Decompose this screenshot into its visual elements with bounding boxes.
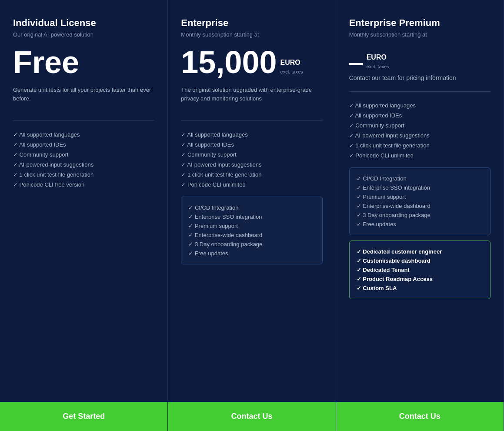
individual-cta-footer[interactable]: Get Started [0, 402, 167, 431]
list-item: ✓ CI/CD Integration [357, 174, 483, 183]
list-item: ✓ All supported IDEs [13, 140, 154, 150]
price-dash-icon [349, 63, 363, 65]
enterprise-premium-divider [349, 91, 491, 92]
enterprise-premium-price-contact: Contact our team for pricing information [349, 74, 491, 83]
list-item: ✓ AI-powered input suggestions [181, 160, 322, 170]
enterprise-premium-premium-features: ✓ Dedicated customer engineer ✓ Customis… [357, 247, 483, 293]
list-item: ✓ 1 click unit test file generation [13, 170, 154, 180]
enterprise-premium-plan-card: Enterprise Premium Monthly subscription … [336, 0, 504, 431]
list-item: ✓ Enterprise-wide dashboard [357, 201, 483, 210]
get-started-button[interactable]: Get Started [0, 402, 167, 431]
list-item: ✓ 3 Day onboarding package [357, 210, 483, 220]
list-item: ✓ Community support [349, 120, 491, 130]
enterprise-premium-base-features: ✓ All supported languages ✓ All supporte… [349, 100, 491, 160]
enterprise-cta-footer[interactable]: Contact Us [168, 402, 335, 431]
list-item: ✓ Free updates [188, 249, 315, 258]
list-item: ✓ 1 click unit test file generation [349, 140, 491, 150]
enterprise-price-currency: EURO [280, 59, 303, 67]
list-item: ✓ All supported IDEs [181, 140, 322, 150]
enterprise-plan-card: Enterprise Monthly subscription starting… [168, 0, 336, 431]
list-item: ✓ Ponicode CLI free version [13, 180, 154, 190]
individual-price-block: Free [13, 47, 154, 81]
list-item: ✓ 1 click unit test file generation [181, 170, 322, 180]
enterprise-premium-card-body: Enterprise Premium Monthly subscription … [336, 0, 504, 402]
list-item: ✓ Custom SLA [357, 284, 483, 293]
list-item: ✓ AI-powered input suggestions [13, 160, 154, 170]
enterprise-contact-us-button[interactable]: Contact Us [168, 402, 335, 431]
list-item: ✓ Product Roadmap Access [357, 274, 483, 284]
list-item: ✓ 3 Day onboarding package [188, 240, 315, 249]
enterprise-premium-premium-features-box: ✓ Dedicated customer engineer ✓ Customis… [349, 241, 491, 299]
enterprise-price-block: 15,000 EURO excl. taxes [181, 47, 322, 81]
enterprise-plan-name: Enterprise [181, 17, 322, 29]
enterprise-premium-enterprise-features-box: ✓ CI/CD Integration ✓ Enterprise SSO int… [349, 167, 491, 235]
enterprise-premium-plan-subtitle: Monthly subscription starting at [349, 31, 491, 38]
list-item: ✓ Dedicated customer engineer [357, 247, 483, 256]
individual-card-body: Individual License Our original AI-power… [0, 0, 167, 402]
list-item: ✓ Premium support [357, 192, 483, 201]
enterprise-premium-plan-name: Enterprise Premium [349, 17, 491, 29]
list-item: ✓ All supported languages [13, 130, 154, 140]
list-item: ✓ CI/CD Integration [188, 203, 315, 212]
individual-plan-card: Individual License Our original AI-power… [0, 0, 168, 431]
enterprise-plan-subtitle: Monthly subscription starting at [181, 31, 322, 38]
enterprise-premium-price-excl: excl. taxes [367, 64, 389, 69]
list-item: ✓ Community support [181, 150, 322, 160]
list-item: ✓ All supported languages [349, 100, 491, 110]
enterprise-premium-price-currency: EURO [367, 53, 389, 61]
list-item: ✓ Ponicode CLI unlimited [181, 180, 322, 190]
list-item: ✓ Ponicode CLI unlimited [349, 150, 491, 160]
list-item: ✓ All supported languages [181, 130, 322, 140]
list-item: ✓ Customisable dashboard [357, 256, 483, 265]
individual-base-features: ✓ All supported languages ✓ All supporte… [13, 130, 154, 190]
enterprise-premium-enterprise-features: ✓ CI/CD Integration ✓ Enterprise SSO int… [357, 174, 483, 229]
list-item: ✓ Free updates [357, 220, 483, 229]
enterprise-divider [181, 120, 322, 121]
enterprise-base-features: ✓ All supported languages ✓ All supporte… [181, 130, 322, 190]
list-item: ✓ Enterprise SSO integration [357, 183, 483, 192]
individual-divider [13, 120, 154, 121]
list-item: ✓ Enterprise SSO integration [188, 212, 315, 221]
enterprise-premium-price-block: EURO excl. taxes Contact our team for pr… [349, 47, 491, 83]
list-item: ✓ All supported IDEs [349, 110, 491, 120]
enterprise-price-excl: excl. taxes [280, 69, 303, 74]
individual-plan-name: Individual License [13, 17, 154, 29]
individual-plan-subtitle: Our original AI-powered solution [13, 31, 154, 38]
list-item: ✓ Community support [13, 150, 154, 160]
list-item: ✓ Enterprise-wide dashboard [188, 231, 315, 240]
enterprise-price-number: 15,000 [181, 47, 277, 78]
list-item: ✓ Premium support [188, 221, 315, 231]
enterprise-enterprise-features: ✓ CI/CD Integration ✓ Enterprise SSO int… [188, 203, 315, 258]
individual-price-number: Free [13, 47, 154, 78]
enterprise-premium-cta-footer[interactable]: Contact Us [336, 402, 504, 431]
list-item: ✓ AI-powered input suggestions [349, 130, 491, 140]
enterprise-card-body: Enterprise Monthly subscription starting… [168, 0, 335, 402]
list-item: ✓ Dedicated Tenant [357, 265, 483, 274]
enterprise-features-box: ✓ CI/CD Integration ✓ Enterprise SSO int… [181, 197, 322, 264]
enterprise-premium-contact-us-button[interactable]: Contact Us [336, 402, 504, 431]
individual-plan-description: Generate unit tests for all your project… [13, 86, 154, 107]
enterprise-plan-description: The original solution upgraded with ente… [181, 86, 322, 107]
